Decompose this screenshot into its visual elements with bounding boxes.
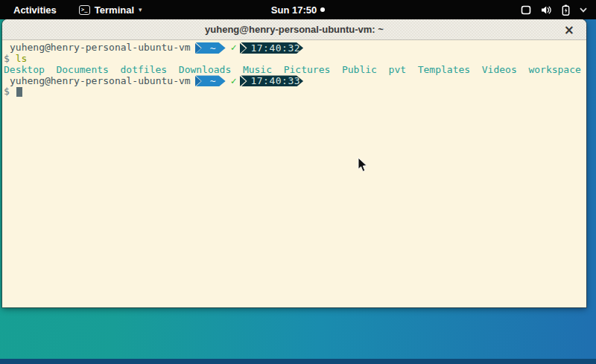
notification-dot: [320, 7, 325, 12]
shell-prompt-symbol: $: [4, 86, 10, 97]
system-status-area[interactable]: [521, 4, 596, 16]
window-titlebar[interactable]: yuheng@henry-personal-ubuntu-vm: ~ ×: [2, 19, 586, 40]
input-line[interactable]: $: [4, 86, 585, 98]
close-icon[interactable]: ×: [561, 19, 577, 39]
prompt-timestamp: 17:40:33: [241, 75, 303, 86]
prompt-timestamp: 17:40:32: [241, 42, 303, 54]
chevron-down-icon: ▾: [139, 6, 142, 13]
screen-icon: [521, 5, 531, 15]
desktop-bottom-edge: [0, 359, 596, 364]
battery-charging-icon: [562, 4, 570, 16]
activities-button[interactable]: Activities: [10, 4, 60, 16]
prompt-line-2: yuheng@henry-personal-ubuntu-vm ~ ✓ 17:4…: [4, 75, 585, 86]
chevron-down-icon[interactable]: [580, 7, 587, 13]
window-title: yuheng@henry-personal-ubuntu-vm: ~: [205, 24, 384, 35]
prompt-status-check-icon: ✓: [231, 76, 237, 87]
prompt-line-1: yuheng@henry-personal-ubuntu-vm ~ ✓ 17:4…: [4, 42, 585, 54]
terminal-window: yuheng@henry-personal-ubuntu-vm: ~ × yuh…: [2, 19, 586, 307]
clock-label[interactable]: Sun 17:50: [271, 4, 317, 16]
volume-icon: [541, 5, 552, 15]
terminal-content[interactable]: yuheng@henry-personal-ubuntu-vm ~ ✓ 17:4…: [2, 40, 586, 307]
terminal-cursor: [16, 87, 22, 97]
top-bar: Activities >_ Terminal ▾ Sun 17:50: [0, 0, 596, 19]
app-menu-terminal[interactable]: >_ Terminal ▾: [79, 4, 142, 16]
prompt-host: yuheng@henry-personal-ubuntu-vm: [4, 76, 191, 87]
app-menu-label: Terminal: [95, 4, 134, 16]
shell-prompt-symbol: $: [4, 53, 10, 64]
command-line: $ ls: [4, 54, 585, 65]
prompt-host: yuheng@henry-personal-ubuntu-vm: [4, 42, 191, 54]
command-text: ls: [16, 53, 28, 64]
terminal-icon: >_: [79, 5, 90, 15]
prompt-status-check-icon: ✓: [231, 42, 237, 54]
ls-output: Desktop Documents dotfiles Downloads Mus…: [4, 65, 585, 76]
